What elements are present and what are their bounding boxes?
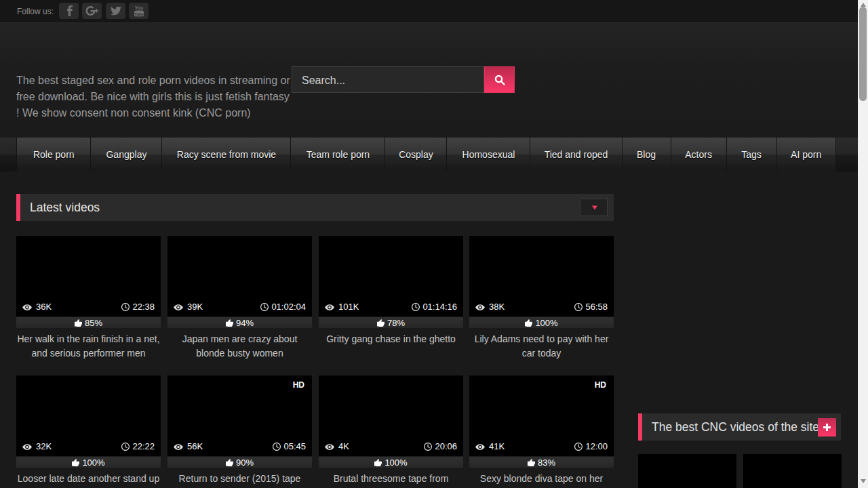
- svg-text:You: You: [134, 5, 142, 10]
- svg-text:Tube: Tube: [134, 12, 144, 16]
